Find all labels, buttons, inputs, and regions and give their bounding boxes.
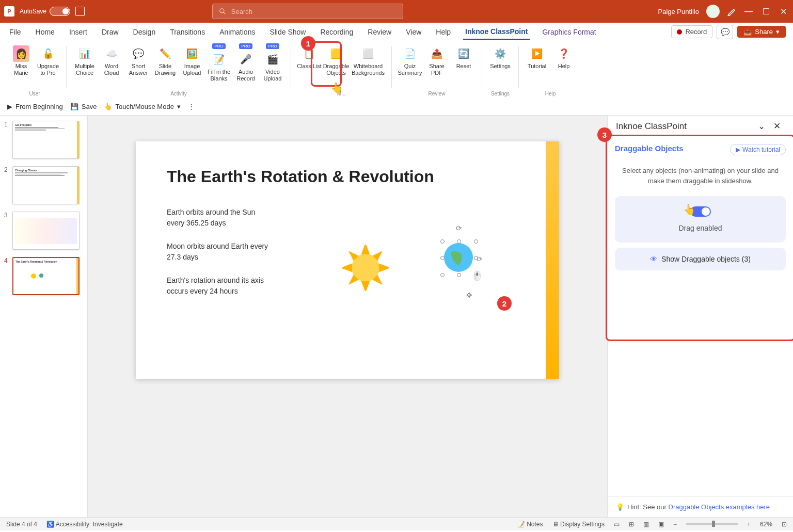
- tab-draw[interactable]: Draw: [100, 25, 121, 39]
- tab-recording[interactable]: Recording: [318, 25, 355, 39]
- zoom-out-button[interactable]: −: [673, 521, 677, 528]
- share-button[interactable]: 📤 Share ▾: [737, 26, 786, 38]
- minimize-button[interactable]: —: [743, 6, 754, 17]
- tutorial-button[interactable]: ▶️Tutorial: [524, 43, 550, 72]
- tab-home[interactable]: Home: [34, 25, 57, 39]
- search-icon: [219, 8, 226, 15]
- ribbon-tabs: File Home Insert Draw Design Transitions…: [0, 23, 793, 41]
- multiple-choice-button[interactable]: 📊Multiple Choice: [72, 43, 98, 84]
- maximize-button[interactable]: ☐: [761, 6, 771, 17]
- image-upload-button[interactable]: 🖼️Image Upload: [179, 43, 205, 84]
- tab-view[interactable]: View: [404, 25, 423, 39]
- svg-marker-4: [363, 283, 368, 289]
- reset-button[interactable]: 🔄Reset: [451, 43, 477, 78]
- eye-icon: 👁: [650, 255, 657, 263]
- app-icon: P: [4, 6, 14, 17]
- annotation-badge-1: 1: [301, 36, 315, 51]
- settings-button[interactable]: ⚙️Settings: [487, 43, 513, 72]
- slide-counter[interactable]: Slide 4 of 4: [6, 521, 37, 528]
- thumbnail-3[interactable]: 3: [4, 212, 83, 250]
- autosave-label: AutoSave: [20, 8, 46, 15]
- audio-record-button[interactable]: PRO🎤Audio Record: [233, 43, 259, 84]
- tab-design[interactable]: Design: [131, 25, 158, 39]
- search-input[interactable]: Search: [212, 4, 403, 19]
- panel-close-button[interactable]: ✕: [769, 121, 785, 132]
- share-pdf-button[interactable]: 📤Share PDF: [424, 43, 450, 78]
- fill-blanks-button[interactable]: PRO📝Fill in the Blanks: [206, 43, 232, 84]
- section-title: Draggable Objects: [615, 144, 684, 153]
- annotation-badge-3: 3: [597, 127, 612, 142]
- view-normal-button[interactable]: ▭: [614, 521, 620, 528]
- short-answer-button[interactable]: 💬Short Answer: [125, 43, 151, 84]
- slide-text-2[interactable]: Moon orbits around Earth every 27.3 days: [167, 241, 270, 263]
- ribbon-group-help: ▶️Tutorial ❓Help Help: [521, 43, 580, 98]
- svg-marker-6: [380, 266, 387, 270]
- slide-text-1[interactable]: Earth orbits around the Sun every 365.25…: [167, 207, 270, 229]
- watch-tutorial-button[interactable]: ▶ Watch tutorial: [730, 144, 786, 155]
- svg-marker-3: [363, 247, 368, 253]
- save-icon[interactable]: [75, 7, 85, 16]
- quiz-summary-button[interactable]: 📄Quiz Summary: [397, 43, 423, 78]
- from-beginning-button[interactable]: ▶ From Beginning: [7, 103, 63, 110]
- drag-toggle-card[interactable]: 👆 Drag enabled: [615, 196, 786, 243]
- help-button[interactable]: ❓Help: [551, 43, 577, 72]
- status-bar: Slide 4 of 4 ♿ Accessibility: Investigat…: [0, 517, 793, 530]
- user-profile-button[interactable]: 👩Miss Marie: [8, 43, 34, 78]
- thumbnail-4[interactable]: 4The Earth's Rotation & Revolution: [4, 257, 83, 295]
- user-name[interactable]: Paige Puntillo: [658, 8, 699, 15]
- draggable-objects-button[interactable]: 🟨Draggable Objects: [323, 43, 349, 78]
- title-bar: P AutoSave Off Search Paige Puntillo — ☐…: [0, 0, 793, 23]
- comments-button[interactable]: 💬: [717, 25, 733, 39]
- word-cloud-button[interactable]: ☁️Word Cloud: [99, 43, 124, 84]
- tab-file[interactable]: File: [7, 25, 23, 39]
- pen-icon[interactable]: [727, 7, 736, 16]
- slide-editor[interactable]: The Earth's Rotation & Revolution Earth …: [88, 116, 607, 517]
- view-sorter-button[interactable]: ⊞: [629, 521, 634, 528]
- tab-review[interactable]: Review: [366, 25, 393, 39]
- slide-canvas[interactable]: The Earth's Rotation & Revolution Earth …: [136, 141, 559, 379]
- show-draggable-button[interactable]: 👁 Show Draggable objects (3): [615, 248, 786, 270]
- video-upload-button[interactable]: PRO🎬Video Upload: [260, 43, 286, 84]
- tab-help[interactable]: Help: [434, 25, 453, 39]
- ribbon-group-review: 📄Quiz Summary 📤Share PDF 🔄Reset Review: [394, 43, 480, 98]
- tab-insert[interactable]: Insert: [67, 25, 89, 39]
- slide-text-3[interactable]: Earth's rotation around its axis occurs …: [167, 275, 270, 297]
- hint-link[interactable]: Draggable Objects examples here: [669, 503, 770, 511]
- tab-graphics-format[interactable]: Graphics Format: [540, 25, 598, 39]
- fit-to-window-button[interactable]: ⊡: [782, 521, 787, 528]
- tab-animations[interactable]: Animations: [217, 25, 257, 39]
- tab-transitions[interactable]: Transitions: [168, 25, 207, 39]
- svg-marker-5: [345, 266, 351, 270]
- view-reading-button[interactable]: ▥: [643, 521, 649, 528]
- ribbon-group-settings: ⚙️Settings Settings: [484, 43, 516, 98]
- whiteboard-bg-button[interactable]: ⬜Whiteboard Backgrounds: [350, 43, 386, 78]
- autosave-toggle[interactable]: AutoSave Off: [20, 7, 70, 16]
- slide-drawing-button[interactable]: ✏️Slide Drawing: [152, 43, 178, 84]
- thumbnail-1[interactable]: 1Get into pairs: [4, 121, 83, 159]
- close-button[interactable]: ✕: [779, 6, 789, 17]
- upgrade-button[interactable]: 🔓Upgrade to Pro: [35, 43, 61, 78]
- zoom-slider[interactable]: [686, 523, 738, 525]
- svg-marker-7: [352, 254, 356, 259]
- accessibility-status[interactable]: ♿ Accessibility: Investigate: [46, 521, 123, 528]
- touch-mode-button[interactable]: 👆 Touch/Mouse Mode ▾: [104, 103, 180, 110]
- zoom-level[interactable]: 62%: [760, 521, 772, 528]
- save-button[interactable]: 💾 Save: [70, 103, 97, 110]
- tab-classpoint[interactable]: Inknoe ClassPoint: [463, 24, 530, 40]
- zoom-in-button[interactable]: +: [747, 521, 751, 528]
- main-area: 1Get into pairs 2Changing Climate 3 4The…: [0, 116, 793, 517]
- notes-button[interactable]: 📝 Notes: [517, 521, 543, 528]
- avatar[interactable]: [706, 5, 720, 18]
- display-settings-button[interactable]: 🖥 Display Settings: [552, 521, 605, 528]
- qat-more-button[interactable]: ⋮: [188, 103, 195, 110]
- tab-slideshow[interactable]: Slide Show: [267, 25, 308, 39]
- slide-title[interactable]: The Earth's Rotation & Revolution: [167, 167, 528, 186]
- panel-collapse-button[interactable]: ⌄: [754, 121, 769, 132]
- quick-access-toolbar: ▶ From Beginning 💾 Save 👆 Touch/Mouse Mo…: [0, 98, 793, 116]
- thumbnail-2[interactable]: 2Changing Climate: [4, 166, 83, 204]
- sun-graphic[interactable]: [342, 245, 389, 291]
- view-slideshow-button[interactable]: ▣: [658, 521, 664, 528]
- earth-graphic-selected[interactable]: ⟳ ⟳ 🖱️ ✥: [435, 234, 482, 281]
- record-button[interactable]: Record: [671, 25, 712, 38]
- toggle-label: Drag enabled: [625, 224, 775, 232]
